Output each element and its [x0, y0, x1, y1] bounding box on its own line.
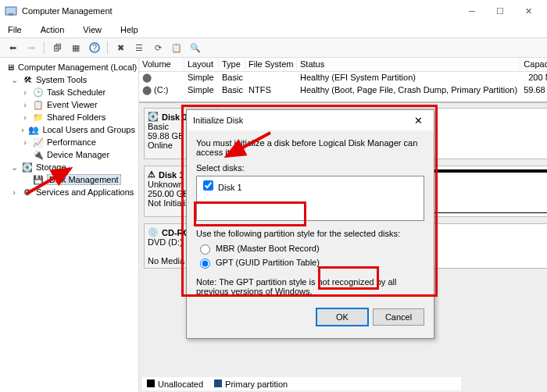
- tree-services[interactable]: › ⚙ Services and Applications: [2, 186, 137, 198]
- col-layout[interactable]: Layout: [184, 58, 219, 71]
- dialog-close-icon[interactable]: ✕: [409, 115, 427, 127]
- folder-icon: 📁: [33, 112, 44, 123]
- disk-icon: 💾: [33, 174, 44, 185]
- disk-1-checkbox[interactable]: Disk 1: [200, 183, 242, 192]
- tree-device-manager[interactable]: 🔌 Device Manager: [2, 148, 137, 161]
- app-icon: [5, 5, 17, 17]
- users-icon: 👥: [28, 124, 39, 135]
- initialize-disk-dialog: Initialize Disk ✕ You must initialize a …: [186, 109, 434, 339]
- toolbar: ⬅ ➡ 🗐 ▦ ? ✖ ☰ ⟳ 📋 🔍: [0, 37, 547, 58]
- services-icon: ⚙: [22, 187, 33, 198]
- properties-icon[interactable]: ▦: [68, 40, 84, 55]
- gpt-radio[interactable]: GPT (GUID Partition Table): [196, 255, 424, 269]
- partition-style-label: Use the following partition style for th…: [196, 229, 424, 238]
- tools-icon: 🛠: [22, 74, 33, 85]
- dialog-message: You must initialize a disk before Logica…: [196, 138, 424, 157]
- expand-icon[interactable]: ›: [20, 112, 30, 122]
- minimize-button[interactable]: ─: [458, 2, 486, 20]
- table-row[interactable]: ⬤ (C:) Simple Basic NTFS Healthy (Boot, …: [139, 84, 547, 97]
- action-icon-2[interactable]: ☰: [131, 40, 147, 55]
- cancel-button[interactable]: Cancel: [373, 308, 424, 326]
- table-row[interactable]: ⬤ Simple Basic Healthy (EFI System Parti…: [139, 72, 547, 84]
- tree-root[interactable]: 🖥 Computer Management (Local): [2, 61, 137, 73]
- dialog-titlebar: Initialize Disk ✕: [187, 110, 434, 130]
- menubar: File Action View Help: [0, 22, 547, 37]
- tree-local-users[interactable]: › 👥 Local Users and Groups: [2, 123, 137, 136]
- col-volume[interactable]: Volume: [139, 58, 184, 71]
- refresh-icon[interactable]: 🗐: [49, 40, 65, 55]
- help-icon[interactable]: ?: [87, 40, 102, 55]
- expand-icon[interactable]: ›: [20, 100, 30, 109]
- col-type[interactable]: Type: [219, 58, 245, 71]
- dialog-title: Initialize Disk: [193, 116, 243, 125]
- window-title: Computer Management: [22, 6, 113, 16]
- expand-icon[interactable]: ›: [20, 125, 25, 134]
- action-icon-4[interactable]: 📋: [169, 40, 184, 55]
- disk-warn-icon: ⚠: [148, 169, 156, 180]
- swatch-unallocated: [147, 380, 155, 387]
- svg-text:?: ?: [92, 43, 97, 52]
- mbr-radio[interactable]: MBR (Master Boot Record): [196, 241, 424, 255]
- expand-icon[interactable]: ›: [9, 187, 19, 197]
- cd-icon: 💿: [148, 227, 159, 237]
- tree-storage[interactable]: ⌄ 💽 Storage: [2, 161, 137, 173]
- storage-icon: 💽: [22, 162, 33, 173]
- ok-button[interactable]: OK: [316, 308, 368, 326]
- event-icon: 📋: [33, 99, 44, 110]
- clock-icon: 🕒: [33, 87, 44, 98]
- action-icon-3[interactable]: ⟳: [150, 40, 166, 55]
- tree-disk-management[interactable]: 💾 Disk Management: [2, 173, 137, 186]
- col-capacity[interactable]: Capacity: [520, 58, 547, 71]
- back-icon[interactable]: ⬅: [5, 40, 20, 55]
- col-status[interactable]: Status: [297, 58, 520, 71]
- volume-header: Volume Layout Type File System Status Ca…: [139, 58, 547, 72]
- menu-view[interactable]: View: [78, 23, 106, 36]
- volume-rows: ⬤ Simple Basic Healthy (EFI System Parti…: [139, 72, 547, 102]
- swatch-primary: [214, 380, 222, 387]
- titlebar: Computer Management ─ ☐ ✕: [0, 0, 547, 22]
- device-icon: 🔌: [33, 149, 44, 160]
- tree-performance[interactable]: › 📈 Performance: [2, 136, 137, 148]
- menu-file[interactable]: File: [3, 23, 27, 36]
- select-disks-label: Select disks:: [196, 163, 424, 173]
- disk-list[interactable]: Disk 1: [196, 176, 424, 221]
- svg-rect-1: [9, 13, 13, 16]
- menu-action[interactable]: Action: [36, 23, 70, 36]
- tree-shared-folders[interactable]: › 📁 Shared Folders: [2, 111, 137, 123]
- menu-help[interactable]: Help: [116, 23, 143, 36]
- close-button[interactable]: ✕: [514, 2, 542, 20]
- tree-system-tools[interactable]: ⌄ 🛠 System Tools: [2, 73, 137, 86]
- computer-icon: 🖥: [6, 62, 15, 73]
- tree-pane: 🖥 Computer Management (Local) ⌄ 🛠 System…: [0, 58, 139, 392]
- expand-icon[interactable]: ›: [20, 87, 30, 97]
- legend: Unallocated Primary partition: [142, 376, 461, 390]
- collapse-icon[interactable]: ⌄: [9, 75, 19, 85]
- expand-icon[interactable]: ›: [20, 137, 30, 147]
- forward-icon[interactable]: ➡: [23, 40, 39, 55]
- dialog-note: Note: The GPT partition style is not rec…: [196, 277, 424, 296]
- action-icon-5[interactable]: 🔍: [188, 40, 203, 55]
- collapse-icon[interactable]: ⌄: [9, 162, 19, 173]
- tree-task-scheduler[interactable]: › 🕒 Task Scheduler: [2, 86, 137, 98]
- action-icon-1[interactable]: ✖: [113, 40, 128, 55]
- maximize-button[interactable]: ☐: [486, 2, 514, 20]
- perf-icon: 📈: [33, 137, 44, 148]
- disk-icon: 💽: [148, 112, 159, 122]
- tree-event-viewer[interactable]: › 📋 Event Viewer: [2, 98, 137, 111]
- col-filesystem[interactable]: File System: [245, 58, 297, 71]
